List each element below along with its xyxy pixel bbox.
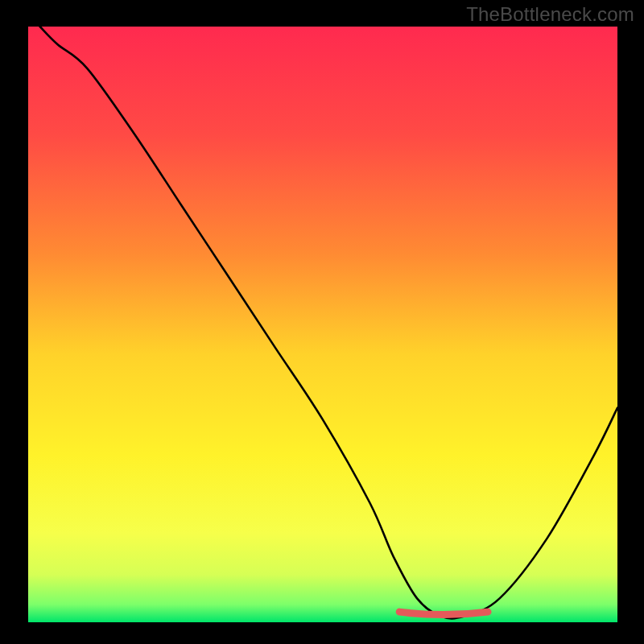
plot-background [28,27,617,622]
flat-region-marker [399,612,488,615]
chart-frame: TheBottleneck.com [0,0,644,644]
watermark-text: TheBottleneck.com [466,3,634,26]
bottleneck-plot [0,0,644,644]
